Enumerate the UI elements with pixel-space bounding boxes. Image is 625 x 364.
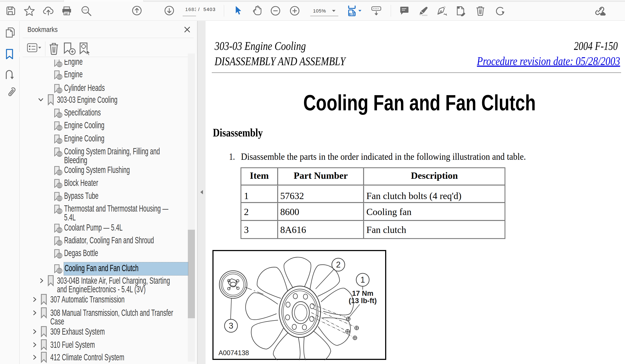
svg-text:A0074138: A0074138 [219,349,249,357]
svg-text:(13 lb-ft): (13 lb-ft) [349,297,377,305]
svg-text:17 Nm: 17 Nm [352,289,373,297]
svg-text:1: 1 [360,275,365,284]
svg-text:3: 3 [229,321,233,330]
svg-text:2: 2 [336,260,341,269]
